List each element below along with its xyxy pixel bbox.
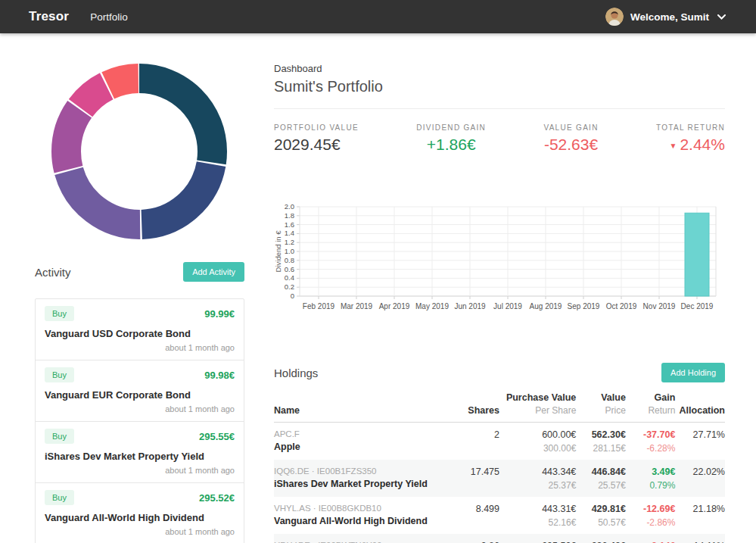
col-name: Name bbox=[274, 405, 441, 416]
holding-per-share: 25.37€ bbox=[499, 480, 576, 491]
stat-value-text: 2.44% bbox=[680, 136, 725, 153]
holdings-table: Name Shares Purchase Value Per Share Val… bbox=[274, 392, 725, 543]
avatar bbox=[605, 8, 624, 26]
holding-name: Apple bbox=[274, 442, 441, 452]
svg-text:1.8: 1.8 bbox=[285, 211, 294, 220]
buy-badge: Buy bbox=[45, 429, 74, 444]
svg-text:0: 0 bbox=[291, 292, 294, 300]
stat-dividend-gain: DIVIDEND GAIN +1.86€ bbox=[416, 123, 486, 154]
svg-text:1.4: 1.4 bbox=[285, 229, 294, 237]
holdings-heading: Holdings bbox=[274, 367, 318, 379]
holding-price: 281.15€ bbox=[576, 443, 626, 454]
col-price: Price bbox=[576, 405, 626, 416]
svg-text:0.4: 0.4 bbox=[285, 273, 294, 282]
holding-gain: 3.49€ bbox=[626, 467, 676, 477]
buy-badge: Buy bbox=[45, 367, 74, 382]
holding-allocation: 27.71% bbox=[675, 429, 725, 440]
activity-amount: 295.55€ bbox=[199, 431, 235, 442]
svg-text:Aug 2019: Aug 2019 bbox=[530, 302, 562, 311]
activity-timestamp: about 1 month ago bbox=[45, 527, 235, 536]
activity-timestamp: about 1 month ago bbox=[45, 343, 235, 352]
activity-item: Buy 99.98€ Vanguard EUR Corporate Bond a… bbox=[36, 360, 244, 422]
svg-text:May 2019: May 2019 bbox=[415, 302, 449, 311]
stats-row: PORTFOLIO VALUE 2029.45€ DIVIDEND GAIN +… bbox=[274, 123, 725, 154]
stat-total-return: TOTAL RETURN ▼2.44% bbox=[656, 123, 725, 154]
svg-text:2.0: 2.0 bbox=[285, 202, 294, 211]
svg-text:Feb 2019: Feb 2019 bbox=[303, 302, 335, 311]
holdings-row: VHYL.AS · IE00B8GKDB10Vanguard All-World… bbox=[274, 497, 725, 534]
add-holding-button[interactable]: Add Holding bbox=[661, 363, 725, 382]
dividend-bar-chart: 00.20.40.60.81.01.21.41.61.82.0Feb 2019M… bbox=[274, 201, 725, 326]
svg-text:Dec 2019: Dec 2019 bbox=[681, 302, 714, 311]
breadcrumb: Dashboard bbox=[274, 63, 725, 74]
activity-list: Buy 99.99€ Vanguard USD Corporate Bond a… bbox=[35, 298, 244, 543]
stat-label: DIVIDEND GAIN bbox=[416, 123, 486, 132]
add-activity-button[interactable]: Add Activity bbox=[183, 262, 244, 282]
stat-label: TOTAL RETURN bbox=[656, 123, 725, 132]
activity-timestamp: about 1 month ago bbox=[45, 466, 235, 475]
stat-portfolio-value: PORTFOLIO VALUE 2029.45€ bbox=[274, 123, 359, 154]
dashboard-main: Dashboard Sumit's Portfolio PORTFOLIO VA… bbox=[274, 33, 725, 543]
holding-name: iShares Dev Market Property Yield bbox=[274, 479, 441, 489]
svg-text:1.6: 1.6 bbox=[285, 220, 294, 229]
holding-shares: 17.475 bbox=[441, 467, 499, 477]
col-purchase-value: Purchase Value bbox=[499, 392, 576, 403]
holding-shares: 8.499 bbox=[441, 504, 499, 514]
left-sidebar: Activity Add Activity Buy 99.99€ Vanguar… bbox=[35, 33, 244, 543]
welcome-label: Welcome, Sumit bbox=[630, 11, 709, 23]
activity-heading: Activity bbox=[35, 266, 71, 279]
activity-name: Vanguard All-World High Dividend bbox=[45, 512, 235, 523]
stat-value: -52.63€ bbox=[543, 136, 598, 154]
holding-ticker: APC.F bbox=[274, 429, 441, 438]
activity-name: iShares Dev Market Property Yield bbox=[45, 451, 235, 462]
page-title: Sumit's Portfolio bbox=[274, 78, 725, 95]
svg-text:Oct 2019: Oct 2019 bbox=[606, 302, 637, 311]
holding-return: -6.28% bbox=[626, 443, 676, 454]
buy-badge: Buy bbox=[45, 306, 74, 321]
stat-value: ▼2.44% bbox=[656, 136, 725, 154]
stat-value: 2029.45€ bbox=[274, 136, 359, 154]
holding-per-share: 52.16€ bbox=[499, 517, 576, 528]
holdings-header-row: Name Shares Purchase Value Per Share Val… bbox=[274, 392, 725, 423]
holding-purchase-value: 600.00€ bbox=[499, 429, 576, 440]
holdings-row: IQQ6.DE · IE00B1FZS350iShares Dev Market… bbox=[274, 460, 725, 497]
col-per-share: Per Share bbox=[499, 405, 576, 416]
svg-text:Jun 2019: Jun 2019 bbox=[454, 302, 486, 311]
stat-value: +1.86€ bbox=[416, 136, 486, 154]
stat-label: PORTFOLIO VALUE bbox=[274, 123, 359, 132]
svg-text:Apr 2019: Apr 2019 bbox=[379, 302, 410, 311]
divider bbox=[274, 108, 725, 109]
col-shares: Shares bbox=[441, 405, 499, 416]
holding-allocation: 22.02% bbox=[675, 467, 725, 477]
activity-amount: 295.52€ bbox=[199, 492, 235, 504]
activity-item: Buy 99.99€ Vanguard USD Corporate Bond a… bbox=[36, 299, 244, 360]
holding-shares: 2 bbox=[441, 429, 499, 440]
activity-name: Vanguard USD Corporate Bond bbox=[45, 328, 235, 339]
holding-return: 0.79% bbox=[626, 480, 676, 491]
activity-amount: 99.99€ bbox=[204, 308, 235, 320]
chevron-down-icon[interactable] bbox=[717, 14, 726, 20]
app-logo: Tresor bbox=[29, 9, 69, 24]
col-gain: Gain bbox=[626, 392, 676, 403]
activity-timestamp: about 1 month ago bbox=[45, 404, 235, 413]
holding-purchase-value: 443.31€ bbox=[499, 504, 576, 514]
svg-text:Jul 2019: Jul 2019 bbox=[493, 302, 522, 311]
holding-per-share: 300.00€ bbox=[499, 443, 576, 454]
svg-text:0.6: 0.6 bbox=[285, 265, 294, 273]
col-value: Value bbox=[576, 392, 626, 403]
user-menu[interactable]: Welcome, Sumit bbox=[605, 8, 726, 26]
activity-amount: 99.98€ bbox=[204, 370, 235, 381]
top-navbar: Tresor Portfolio Welcome, Sumit bbox=[0, 0, 756, 33]
svg-text:0.2: 0.2 bbox=[285, 282, 294, 291]
holdings-row: APC.FApple 2 600.00€300.00€ 562.30€281.1… bbox=[274, 423, 725, 460]
svg-text:Dividend in €: Dividend in € bbox=[274, 230, 282, 273]
holding-price: 25.57€ bbox=[576, 480, 626, 491]
holding-value: 562.30€ bbox=[576, 429, 626, 440]
activity-item: Buy 295.55€ iShares Dev Market Property … bbox=[36, 422, 244, 483]
activity-name: Vanguard EUR Corporate Bond bbox=[45, 389, 235, 401]
holding-value: 429.81€ bbox=[576, 504, 626, 514]
holding-gain: -12.69€ bbox=[626, 504, 676, 514]
nav-link-portfolio[interactable]: Portfolio bbox=[90, 11, 128, 23]
holdings-row: HDLV.DE · IE00BWTN6Y99 9.86 295.50€ 286.… bbox=[274, 534, 725, 543]
down-triangle-icon: ▼ bbox=[670, 142, 677, 150]
